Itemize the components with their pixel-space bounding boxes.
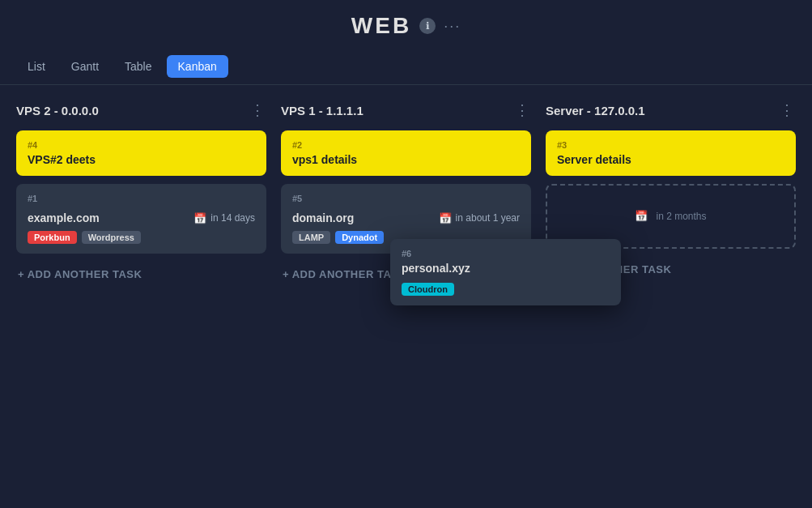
card-1-footer: example.com 📅 in 14 days [28,211,255,224]
tag-cloudron[interactable]: Cloudron [402,283,454,296]
column-title-vps2: VPS 2 - 0.0.0.0 [16,104,99,117]
card-4-title: VPS#2 deets [28,153,255,166]
tag-porkbun[interactable]: Porkbun [28,231,77,244]
column-menu-vps2[interactable]: ⋮ [250,101,266,119]
card-2-id: #2 [292,140,520,150]
popup-card-6[interactable]: #6 personal.xyz Cloudron [390,239,621,305]
card-5-due-text: in about 1 year [456,212,520,224]
column-menu-server[interactable]: ⋮ [780,101,796,119]
card-1-due: 📅 in 14 days [193,212,255,224]
column-title-server: Server - 127.0.0.1 [546,104,645,117]
add-task-col1[interactable]: + ADD ANOTHER TASK [16,262,266,287]
card-3-title: Server details [557,153,784,166]
tag-wordpress[interactable]: Wordpress [82,231,141,244]
column-header-server: Server - 127.0.0.1 ⋮ [546,101,796,119]
tab-gantt[interactable]: Gantt [60,55,110,78]
column-header-vps1: VPS 1 - 1.1.1.1 ⋮ [281,101,531,119]
card-dashed-due: 📅 in 2 months [559,210,783,222]
column-title-vps1: VPS 1 - 1.1.1.1 [281,104,363,117]
card-2[interactable]: #2 vps1 details [281,130,531,176]
tag-dynadot[interactable]: Dynadot [335,231,384,244]
column-menu-vps1[interactable]: ⋮ [515,101,531,119]
card-dashed-due-text: in 2 months [656,211,706,222]
calendar-icon: 📅 [193,212,206,224]
card-5-title: domain.org [292,211,354,224]
card-5-id: #5 [292,194,520,203]
card-3[interactable]: #3 Server details [546,130,796,176]
popup-card-footer: Cloudron [402,283,610,296]
calendar-icon-dashed: 📅 [635,210,648,222]
tab-table[interactable]: Table [113,55,163,78]
tab-list[interactable]: List [16,55,57,78]
header-menu-icon[interactable]: ··· [444,18,461,35]
card-4[interactable]: #4 VPS#2 deets [16,130,266,176]
card-1-due-text: in 14 days [210,212,255,224]
card-5-due: 📅 in about 1 year [439,212,520,224]
card-1-id: #1 [28,194,255,203]
calendar-icon-5: 📅 [439,212,452,224]
column-header-vps2: VPS 2 - 0.0.0.0 ⋮ [16,101,266,119]
tag-lamp[interactable]: LAMP [292,231,330,244]
kanban-board: VPS 2 - 0.0.0.0 ⋮ #4 VPS#2 deets #1 exam… [0,101,812,287]
card-3-id: #3 [557,140,784,150]
page-title: WEB [351,13,411,39]
card-1-title: example.com [28,211,100,224]
card-2-title: vps1 details [292,153,520,166]
tab-kanban[interactable]: Kanban [167,55,228,78]
card-1-tags: Porkbun Wordpress [28,231,255,244]
card-5-footer: domain.org 📅 in about 1 year [292,211,520,224]
popup-card-id: #6 [402,249,610,258]
info-icon[interactable]: ℹ [419,18,436,34]
page-header: WEB ℹ ··· [0,0,812,49]
tab-bar: List Gantt Table Kanban [0,49,812,85]
kanban-column-vps2: VPS 2 - 0.0.0.0 ⋮ #4 VPS#2 deets #1 exam… [16,101,266,287]
popup-card-title: personal.xyz [402,262,610,275]
card-1[interactable]: #1 example.com 📅 in 14 days Porkbun Word… [16,184,266,254]
card-4-id: #4 [28,140,255,150]
